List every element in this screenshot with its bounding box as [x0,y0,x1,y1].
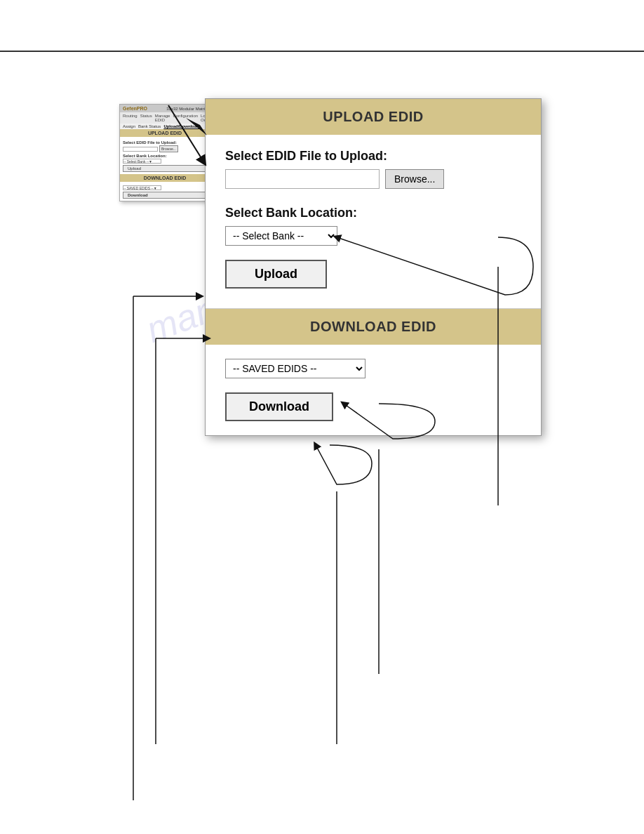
browse-button[interactable]: Browse... [385,169,444,189]
download-section-header: DOWNLOAD EDID [206,309,541,345]
saved-edids-select[interactable]: -- SAVED EDIDS -- [225,359,365,378]
thumb-brand: GefenPRO [123,106,147,111]
thumb-upload-header: UPLOAD EDID [120,129,210,137]
upload-section-header: UPLOAD EDID [206,99,541,135]
main-panel: UPLOAD EDID Select EDID File to Upload: … [205,98,542,436]
bank-select[interactable]: -- Select Bank -- Bank 1 Bank 2 Bank 3 B… [225,226,337,246]
thumb-download-header: DOWNLOAD EDID [120,174,210,182]
saved-edids-row: -- SAVED EDIDS -- [225,359,521,378]
download-section-body: -- SAVED EDIDS -- Download [206,345,541,435]
top-divider [0,51,644,52]
thumb-download-body: -- SAVED EDIDS --▼ Download [120,182,210,201]
select-bank-row: Select Bank Location: -- Select Bank -- … [225,206,521,246]
thumb-subnav: Assign Bank Status Upload/Download [120,124,210,129]
thumb-device-title: 32x32 Modular Matrix [166,107,207,111]
thumb-upload-body: Select EDID File to Upload: Browse... Se… [120,137,210,174]
thumb-nav: Routing Status Manage EDID Configuration… [120,112,210,124]
upload-button[interactable]: Upload [225,260,327,289]
upload-section-body: Select EDID File to Upload: Browse... Se… [206,135,541,308]
file-input-row: Browse... [225,169,521,189]
select-bank-label: Select Bank Location: [225,206,521,220]
file-text-input[interactable] [225,169,380,189]
thumbnail-screenshot: GefenPRO 32x32 Modular Matrix Routing St… [119,104,210,201]
select-file-label: Select EDID File to Upload: [225,149,521,164]
download-button[interactable]: Download [225,392,333,421]
